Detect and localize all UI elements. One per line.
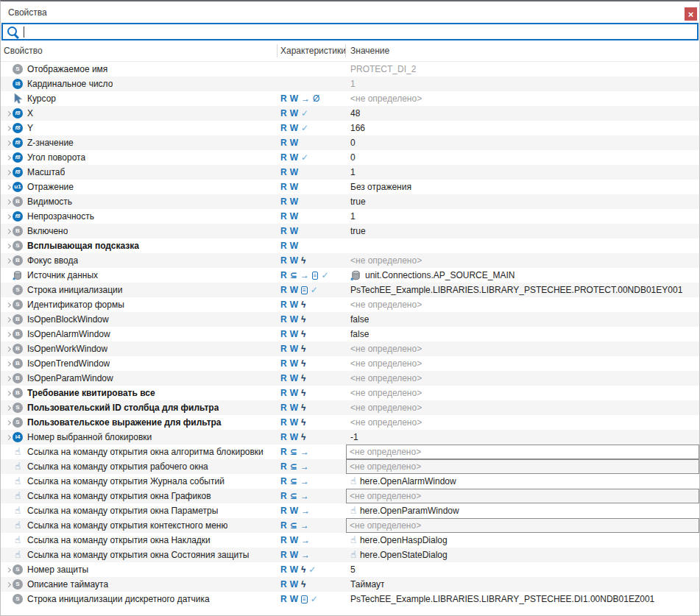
search-input[interactable] <box>24 24 693 39</box>
property-row[interactable]: B Фокус ввода RWϟ <не определено> <box>1 253 699 268</box>
property-value-cell[interactable]: Таймаут <box>346 577 699 592</box>
property-row[interactable]: B IsOpenAlarmWindow RWϟ false <box>1 327 699 341</box>
property-row[interactable]: ☝ Ссылка на команду открытия рабочего ок… <box>1 459 699 474</box>
property-row[interactable]: ☝ Ссылка на команду открытия окна График… <box>1 489 699 503</box>
property-row[interactable]: B Видимость RW true <box>1 194 699 209</box>
property-row[interactable]: f8 Непрозрачность RW 1 <box>1 209 699 224</box>
property-value-cell[interactable]: unit.Connections.AP_SOURCE_MAIN <box>346 268 699 283</box>
property-value-cell[interactable]: false <box>346 312 699 327</box>
property-row[interactable]: f8 Y RW✓ 166 <box>1 121 699 135</box>
expand-chevron-icon[interactable] <box>4 97 13 101</box>
search-box[interactable] <box>1 23 699 40</box>
expand-chevron-icon[interactable] <box>4 288 13 292</box>
property-row[interactable]: S Отображаемое имя PROTECT_DI_2 <box>1 62 699 77</box>
property-value-cell[interactable]: 1 <box>346 209 699 224</box>
property-value-cell[interactable]: Без отражения <box>346 180 699 194</box>
property-value-cell[interactable]: true <box>346 224 699 238</box>
property-value-cell[interactable]: 0 <box>346 135 699 150</box>
expand-chevron-icon[interactable] <box>4 598 13 601</box>
expand-chevron-icon[interactable] <box>4 377 13 380</box>
property-row[interactable]: ☝ Ссылка на команду открытия контекстног… <box>1 518 699 533</box>
property-value-cell[interactable]: <не определено> <box>346 356 699 371</box>
expand-chevron-icon[interactable] <box>4 553 13 557</box>
property-value-cell[interactable]: 5 <box>346 562 699 577</box>
property-row[interactable]: Курсор RW→Ø <не определено> <box>1 91 699 106</box>
property-value-cell[interactable]: <не определено> <box>346 386 699 400</box>
property-value-cell[interactable]: <не определено> <box>346 91 699 106</box>
expand-chevron-icon[interactable] <box>4 127 13 130</box>
property-value-cell[interactable]: ☝ here.OpenHaspDialog <box>346 533 699 548</box>
expand-chevron-icon[interactable] <box>4 156 13 160</box>
property-value-cell[interactable]: false <box>346 327 699 341</box>
property-value-cell[interactable]: 1 <box>346 165 699 180</box>
expand-chevron-icon[interactable] <box>4 509 13 513</box>
expand-chevron-icon[interactable] <box>4 185 13 189</box>
expand-chevron-icon[interactable] <box>4 215 13 219</box>
property-row[interactable]: S Описание таймаута RWϟ Таймаут <box>1 577 699 592</box>
property-row[interactable]: f8 Масштаб RW 1 <box>1 165 699 180</box>
property-value-cell[interactable]: <не определено> <box>346 415 699 430</box>
property-row[interactable]: ☝ Ссылка на команду открытия окна Состоя… <box>1 548 699 562</box>
property-row[interactable]: B IsOpenWorkWindow RWϟ <не определено> <box>1 341 699 356</box>
property-value-cell[interactable]: PROTECT_DI_2 <box>346 62 699 77</box>
property-row[interactable]: i4 Номер выбранной блокировки RWϟ -1 <box>1 430 699 445</box>
property-value-cell[interactable]: 0 <box>346 150 699 165</box>
property-row[interactable]: S Номер защиты RWϟ✓ 5 <box>1 562 699 577</box>
property-value-cell[interactable]: -1 <box>346 430 699 445</box>
property-row[interactable]: B Требование квитировать все RWϟ <не опр… <box>1 386 699 400</box>
expand-chevron-icon[interactable] <box>4 406 13 410</box>
expand-chevron-icon[interactable] <box>4 465 13 469</box>
property-value-cell[interactable]: <не определено> <box>346 518 699 533</box>
property-row[interactable]: ☝ Ссылка на команду открытия окна Наклад… <box>1 533 699 548</box>
expand-chevron-icon[interactable] <box>4 171 13 174</box>
expand-chevron-icon[interactable] <box>4 495 13 498</box>
property-value-cell[interactable]: <не определено> <box>346 371 699 386</box>
property-row[interactable]: f8 Угол поворота RW✓ 0 <box>1 150 699 165</box>
property-row[interactable]: Источник данных R⊆→≡✓ unit.Connections.A… <box>1 268 699 283</box>
expand-chevron-icon[interactable] <box>4 259 13 263</box>
expand-chevron-icon[interactable] <box>4 392 13 395</box>
expand-chevron-icon[interactable] <box>4 200 13 204</box>
expand-chevron-icon[interactable] <box>4 539 13 542</box>
property-value-cell[interactable]: <не определено> <box>346 297 699 312</box>
expand-chevron-icon[interactable] <box>4 421 13 425</box>
expand-chevron-icon[interactable] <box>4 68 13 71</box>
property-row[interactable]: S Всплывающая подсказка RW <box>1 238 699 253</box>
property-value-cell[interactable]: 48 <box>346 106 699 121</box>
property-value-cell[interactable]: <не определено> <box>346 400 699 415</box>
property-row[interactable]: B IsOpenParamWindow RWϟ <не определено> <box>1 371 699 386</box>
expand-chevron-icon[interactable] <box>4 244 13 248</box>
property-row[interactable]: S Идентификатор формы RWϟ <не определено… <box>1 297 699 312</box>
property-row[interactable]: B IsOpenTrendWindow RWϟ <не определено> <box>1 356 699 371</box>
property-value-cell[interactable]: true <box>346 194 699 209</box>
property-value-cell[interactable]: <не определено> <box>346 341 699 356</box>
expand-chevron-icon[interactable] <box>4 524 13 528</box>
expand-chevron-icon[interactable] <box>4 583 13 587</box>
expand-chevron-icon[interactable] <box>4 333 13 336</box>
property-row[interactable]: B Включено RW true <box>1 224 699 238</box>
expand-chevron-icon[interactable] <box>4 230 13 233</box>
expand-chevron-icon[interactable] <box>4 274 13 277</box>
property-value-cell[interactable]: ☝ here.OpenParamWindow <box>346 503 699 518</box>
property-row[interactable]: B IsOpenBlockWindow RWϟ false <box>1 312 699 327</box>
expand-chevron-icon[interactable] <box>4 112 13 116</box>
expand-chevron-icon[interactable] <box>4 450 13 454</box>
property-value-cell[interactable]: 166 <box>346 121 699 135</box>
property-row[interactable]: S Пользовательский ID столбца для фильтр… <box>1 400 699 415</box>
property-row[interactable]: i8 Кардинальное число 1 <box>1 77 699 91</box>
expand-chevron-icon[interactable] <box>4 362 13 366</box>
property-row[interactable]: f8 X RW✓ 48 <box>1 106 699 121</box>
expand-chevron-icon[interactable] <box>4 303 13 307</box>
property-value-cell[interactable] <box>346 238 699 253</box>
property-row[interactable]: ☝ Ссылка на команду открытия окна алгори… <box>1 445 699 459</box>
property-value-cell[interactable]: 1 <box>346 77 699 91</box>
property-value-cell[interactable]: <не определено> <box>346 253 699 268</box>
property-value-cell[interactable]: ☝ here.OpenAlarmWindow <box>346 474 699 489</box>
property-row[interactable]: S Пользовательское выражение для фильтра… <box>1 415 699 430</box>
property-row[interactable]: ☝ Ссылка на команду открытия окна Параме… <box>1 503 699 518</box>
expand-chevron-icon[interactable] <box>4 568 13 572</box>
property-row[interactable]: f8 Z-значение RW 0 <box>1 135 699 150</box>
property-value-cell[interactable]: PsTechEE_Example.LIBRARIES.LIBRARY_PSTEC… <box>346 592 699 606</box>
property-value-cell[interactable]: PsTechEE_Example.LIBRARIES.LIBRARY_PSTEC… <box>346 283 699 297</box>
expand-chevron-icon[interactable] <box>4 480 13 484</box>
